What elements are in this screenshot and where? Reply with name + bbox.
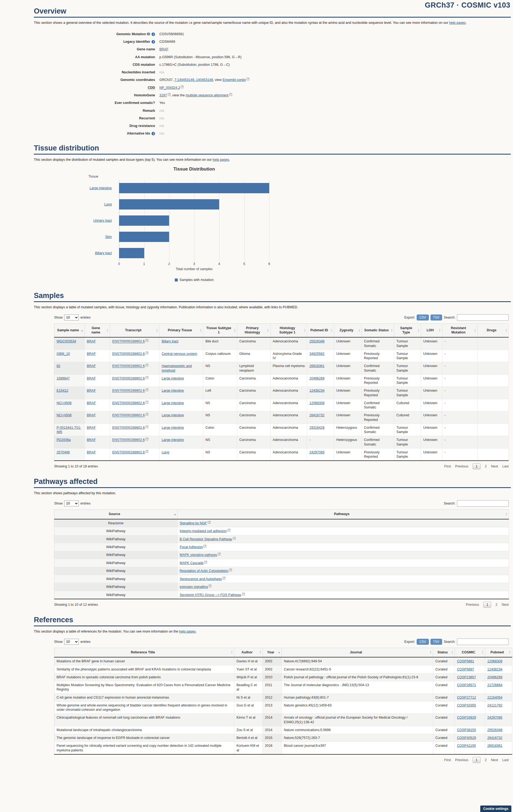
pathways-cell-link[interactable]: MAPK signaling pathway [180,553,217,557]
samples-cell-link[interactable]: ENST00000288602.6 [112,377,145,380]
samples-cell-link[interactable]: Large intestine [161,413,184,417]
samples-cell-link[interactable]: BRAF [87,389,96,393]
samples-cell-link[interactable]: 12438234 [309,389,324,393]
samples-column-header[interactable]: Transcript▲▼ [110,324,159,338]
pager-first[interactable]: First [444,464,451,468]
overview-value-link[interactable]: 3197 [159,93,167,97]
references-cell-link[interactable]: 12068308 [487,659,503,663]
overview-value-link[interactable]: multiple sequence alignment [186,93,229,97]
samples-cell-link[interactable]: 26416732 [309,413,324,417]
samples-column-header[interactable]: Zygosity▲▼ [334,324,361,338]
samples-cell-link[interactable]: 29316426 [309,426,324,430]
references-cell-link[interactable]: COSP40529 [457,736,476,740]
pathways-cell-link[interactable]: Senescence and Autophagy [180,577,222,581]
samples-cell-link[interactable]: BRAF [87,451,96,454]
export-csv-button[interactable]: CSV [417,315,429,320]
pathways-cell-link[interactable]: estrogen signalling [180,585,208,589]
pager-last[interactable]: Last [502,464,509,468]
samples-cell-link[interactable]: E15412 [57,389,68,393]
samples-cell-link[interactable]: ENST00000288602.6 [112,413,145,417]
samples-cell-link[interactable]: 25526346 [309,340,324,343]
pathways-cell-link[interactable]: Signalling by NGF [180,521,207,525]
chart-bar[interactable] [119,215,169,226]
samples-column-header[interactable]: Drugs▲▼ [478,324,509,338]
samples-column-header[interactable]: Sample Type▲▼ [394,324,421,338]
samples-column-header[interactable]: Resistant Mutation▲▼ [442,324,478,338]
samples-cell-link[interactable]: PD2006a [57,438,71,442]
samples-cell-link[interactable]: P-0013441-T01-IM5 [57,426,81,434]
samples-cell-link[interactable]: ENST00000288602.6 [112,364,145,368]
samples-cell-link[interactable]: BRAF [87,364,96,368]
chart-bar[interactable] [119,232,169,242]
samples-cell-link[interactable]: BRAF [87,352,96,356]
samples-cell-link[interactable]: Large intestine [161,438,184,442]
chart-bar[interactable] [119,199,219,209]
page-length-select[interactable]: 10 [64,500,79,506]
samples-cell-link[interactable]: 20496269 [309,377,324,380]
page-length-select[interactable]: 10 [64,315,79,320]
references-cell-link[interactable]: COSP5661 [457,659,474,663]
chart-bar[interactable] [119,183,269,193]
samples-cell-link[interactable]: 26918361 [309,364,324,368]
samples-cell-link[interactable]: Biliary tract [161,340,178,343]
references-cell-link[interactable]: 25526346 [487,728,503,732]
pathways-cell-link[interactable]: Serotonin HTR1 Group --> FOS Pathway [180,593,241,597]
samples-column-header[interactable]: LOH▲▼ [421,324,442,338]
pager-first[interactable]: First [444,758,451,762]
tissue-category-link[interactable]: Large intestine [90,186,112,190]
references-column-header[interactable]: Pubmed▲▼ [485,648,512,657]
samples-cell-link[interactable]: Large intestine [161,377,184,380]
references-column-header[interactable]: COSMIC▲▼ [455,648,485,657]
pager-previous[interactable]: Previous [455,758,469,762]
pager-1[interactable]: 1 [473,757,481,763]
samples-column-header[interactable]: Sample name▲ [54,324,85,338]
tissue-category-link[interactable]: Biliary tract [95,251,112,255]
samples-column-header[interactable]: Histology Subtype 1▲▼ [270,324,307,338]
references-cell-link[interactable]: 22154054 [487,696,503,699]
page-length-select[interactable]: 10 [64,639,79,645]
samples-cell-link[interactable]: Large intestine [161,389,184,393]
pager-1[interactable]: 1 [473,463,481,469]
references-column-header[interactable]: Year▲ [263,648,282,657]
samples-cell-link[interactable]: Lung [161,451,169,454]
references-cell-link[interactable]: 24121792 [487,703,503,707]
samples-column-header[interactable]: Pubmed ID▲▼ [307,324,334,338]
references-cell-link[interactable]: 20496269 [487,675,503,679]
pager-1[interactable]: 1 [483,602,491,608]
samples-cell-link[interactable]: ENST00000288602.6 [112,401,145,405]
references-column-header[interactable]: Author▲▼ [234,648,263,657]
samples-cell-link[interactable]: BRAF [87,401,96,405]
chart-legend[interactable]: Samples with mutation [119,278,269,282]
pager-previous[interactable]: Previous [466,603,479,607]
samples-cell-link[interactable]: ENST00000288602.6 [112,389,145,393]
pathways-cell-link[interactable]: Focal Adhesion [180,545,203,549]
overview-value-link[interactable]: 7:140453149..140453149 [175,78,213,82]
samples-cell-link[interactable]: ENST00000288602.6 [112,451,145,454]
samples-cell-link[interactable]: ENST00000288602.6 [112,352,145,356]
pathways-cell-link[interactable]: Regulation of Actin Cytoskeleton [180,569,229,573]
samples-cell-link[interactable]: Large intestine [161,401,184,405]
pager-2[interactable]: 2 [495,603,497,607]
help-pages-link[interactable]: help pages [449,21,466,25]
samples-column-header[interactable]: Tissue Subtype 1▲▼ [203,324,237,338]
samples-cell-link[interactable]: BRAF [87,438,96,442]
references-search-input[interactable] [457,638,509,645]
overview-value-link[interactable]: BRAF [159,47,168,51]
references-cell-link[interactable]: COSP41109 [457,744,476,748]
samples-cell-link[interactable]: BRAF [87,413,96,417]
references-cell-link[interactable]: COSP27712 [457,696,476,699]
samples-cell-link[interactable]: Central nervous system [161,352,197,356]
references-cell-link[interactable]: COSP26571 [457,683,476,687]
samples-cell-link[interactable]: GBM_10 [57,352,70,356]
references-column-header[interactable]: Reference Title▲▼ [54,648,234,657]
samples-column-header[interactable]: Gene name▲▼ [84,324,110,338]
tissue-category-link[interactable]: Urinary tract [93,219,112,223]
samples-cell-link[interactable]: Large intestine [161,426,184,430]
cookie-settings-button[interactable]: Cookie settings [480,806,511,812]
pathways-search-input[interactable] [457,500,509,507]
pager-next[interactable]: Next [491,758,498,762]
chart-bar[interactable] [119,248,144,258]
references-column-header[interactable]: Journal▲▼ [282,648,433,657]
pathways-column-header[interactable]: Source▲ [54,510,178,519]
pathways-column-header[interactable]: Pathways▲▼ [178,510,509,519]
